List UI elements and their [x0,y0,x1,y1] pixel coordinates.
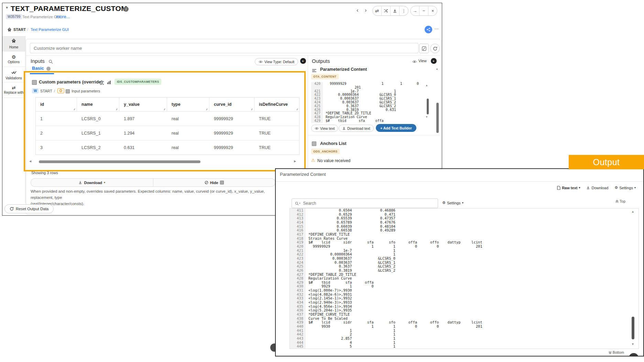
sidebar-item-label: Replace with [4,91,23,94]
open-arrow-icon[interactable]: → [411,6,419,15]
breadcrumb-current[interactable]: Text Parameterize GUI [31,27,69,32]
table-cell[interactable]: 2 [36,126,77,140]
search-icon[interactable]: ▾ [292,202,303,205]
sidebar-item-validations[interactable]: Validations [2,67,25,82]
scroll-left-icon[interactable]: ◀ [29,160,31,163]
table-row[interactable]: 2LCSRS_11.294real99999929TRUE [36,126,299,140]
swap-icon[interactable]: ⇄ [373,6,381,15]
horizontal-scrollbar-thumb[interactable] [39,160,200,163]
shuffle-icon[interactable] [381,6,390,15]
caret-down-icon: ▾ [634,186,636,189]
sidebar-item-options[interactable]: ⚙ Options [2,52,25,67]
reset-output-button[interactable]: Reset Output Data [4,204,54,213]
sidebar-item-home[interactable]: Home [2,36,25,52]
table-cell[interactable]: TRUE [254,140,299,155]
view-type-pill[interactable]: View Type: Default [255,58,298,65]
tab-basic[interactable]: Basic [32,66,44,71]
column-header: isDefineCurve// [254,98,299,111]
chevron-left-icon[interactable]: ‹ [357,7,358,13]
search-settings-button[interactable]: ⚙ Settings ▾ [442,201,463,205]
table-cell[interactable]: LCSRS_2 [77,140,119,155]
anchors-warning: No value received [317,158,350,163]
inputs-help-button[interactable]: ▸ [300,58,306,64]
overlay-scroll-down-icon[interactable]: ▼ [631,343,634,346]
download-table-button[interactable]: Download ▾ [31,179,153,186]
kebab-icon[interactable]: ⋮ [399,6,408,15]
search-icon[interactable] [48,59,53,65]
table-cell[interactable]: TRUE [254,112,299,126]
breadcrumb-separator: / [27,27,28,32]
outputs-view-button[interactable]: View [418,59,427,63]
code-scroll-down-icon[interactable]: ▼ [425,116,428,118]
parameters-table: id// name// y_value// type// curve_id// … [35,97,299,155]
table-cell[interactable]: LCSRS_1 [77,126,119,140]
close-icon[interactable]: × [428,6,437,15]
info-icon[interactable]: i [123,7,129,12]
download-icon [586,186,590,190]
inputs-title: Inputs [31,58,45,64]
code-line: 426 0.3819 &LCSRS_2 [290,269,638,273]
minimize-icon[interactable]: − [419,6,428,15]
warning-icon: ⚠ [311,158,315,163]
sidebar-item-replace-with[interactable]: ⇄ Replace with [2,82,25,98]
main-scroll-up-icon[interactable]: ▲ [436,68,438,70]
table-row[interactable]: 1LCSRS_01.897real99999929TRUE [36,112,299,126]
table-cell[interactable]: LCSRS_0 [77,112,119,126]
code-scrollbar-thumb[interactable] [427,99,429,114]
view-type-label: View Type: Default [264,60,294,64]
table-cell[interactable]: 3 [36,140,77,155]
overlay-scroll-up-icon[interactable]: ▲ [631,210,634,213]
code-scroll-up-icon[interactable]: ▲ [425,84,428,87]
table-cell[interactable]: real [167,140,209,155]
breadcrumb-menu-icon[interactable]: … [434,25,439,30]
table-grid-icon [220,181,224,184]
eye-icon [259,60,263,63]
table-cell[interactable]: real [167,112,209,126]
outputs-help-button[interactable]: ▸ [431,58,437,64]
download-icon[interactable] [390,6,399,15]
share-button[interactable] [425,26,432,33]
table-cell[interactable]: 99999929 [209,140,254,155]
home-breadcrumb-icon[interactable] [7,27,12,33]
content-code-preview[interactable]: 420 99999929 1 1 0 201421 1e-7 1422 0.00… [311,82,431,123]
more-link[interactable]: more... [56,14,70,19]
overlay-settings-button[interactable]: ⚙ Settings ▾ [614,185,636,190]
search-input[interactable] [303,201,438,206]
add-text-builder-button[interactable]: + Add Text Builder [376,124,416,132]
main-scrollbar-thumb[interactable] [436,103,439,133]
edit-worker-button[interactable] [419,44,429,53]
table-cell[interactable]: 1.897 [119,112,167,126]
table-cell[interactable]: 1 [36,112,77,126]
hide-table-button[interactable]: Hide [153,179,275,186]
scroll-right-icon[interactable]: ▶ [294,160,296,163]
table-cell[interactable]: 99999929 [209,126,254,140]
overlay-title-divider [276,181,643,182]
refresh-worker-button[interactable] [430,44,440,53]
view-text-button[interactable]: View text [311,125,338,132]
overlay-scrollbar-thumb[interactable] [632,317,634,339]
bar-chart-icon[interactable] [107,80,111,86]
table-cell[interactable]: 99999929 [209,112,254,126]
table-cell[interactable]: 0.631 [119,140,167,155]
breadcrumb-root[interactable]: START [13,27,26,32]
gear-icon: ⚙ [12,55,16,59]
scroll-to-bottom-link[interactable]: Bottom [609,350,624,354]
raw-text-button[interactable]: Raw text ▾ [557,186,580,190]
code-line: 420 99999929 1 1 0 0 201 [290,245,638,249]
showing-rows-label: Showing 3 rows [31,171,58,175]
table-cell[interactable]: TRUE [254,126,299,140]
worker-name-input[interactable] [30,43,418,53]
column-header: y_value// [119,98,167,111]
scroll-to-top-link[interactable]: Top [615,199,625,203]
table-row[interactable]: 3LCSRS_20.631real99999929TRUE [36,140,299,155]
download-text-button[interactable]: Download text [339,125,374,132]
chevron-right-icon[interactable]: › [365,7,367,13]
overlay-download-button[interactable]: Download [586,186,608,190]
expand-icon[interactable] [100,80,104,86]
floating-action-button[interactable] [629,353,638,357]
table-cell[interactable]: 1.294 [119,126,167,140]
table-cell[interactable]: real [167,126,209,140]
parameterized-content-code[interactable]: 411 0.6504 0.46886412 0.6529 0.471413 0.… [290,208,639,349]
tab-active-indicator [30,73,54,74]
tab-basic-badge[interactable] [46,67,51,71]
